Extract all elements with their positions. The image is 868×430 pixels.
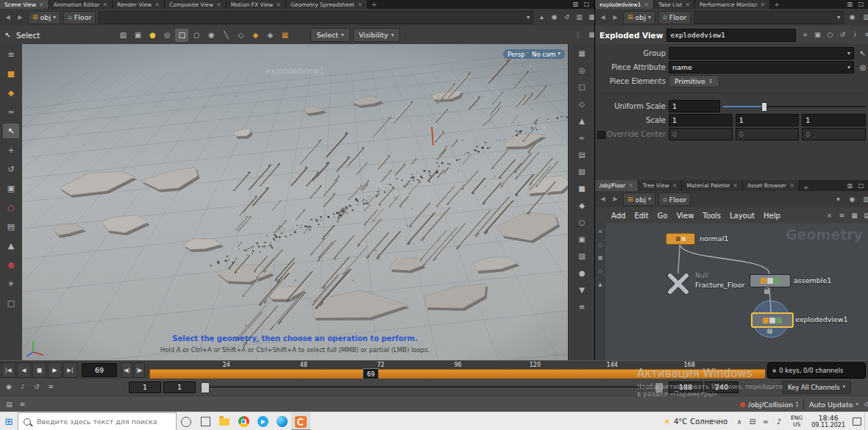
split-pane-icon[interactable]: ▥: [861, 194, 868, 204]
attribute-pick-icon[interactable]: ◎: [857, 64, 868, 71]
pane-menu-icon[interactable]: ≡: [3, 47, 19, 62]
platonic-tool-icon[interactable]: ◆: [3, 85, 19, 100]
clock[interactable]: 18:46 09.11.2021: [807, 414, 850, 429]
gallery-icon[interactable]: ▣: [812, 30, 823, 40]
range-start-field[interactable]: 1: [163, 381, 196, 393]
task-view-button[interactable]: [196, 412, 215, 430]
nav-forward-icon[interactable]: ▶: [611, 194, 620, 205]
scale-x-field[interactable]: 1: [669, 114, 733, 126]
grid-snap-icon[interactable]: □: [574, 81, 589, 94]
uniform-scale-field[interactable]: 1: [669, 100, 720, 112]
context-chip[interactable]: ⊞ obj ▾: [28, 11, 60, 24]
select-arrow-icon[interactable]: ↖: [3, 32, 13, 39]
select-ring-icon[interactable]: ◎: [160, 29, 174, 42]
pane-tab-5[interactable]: Geometry Spreadsheet ×: [286, 0, 368, 9]
chrome-button[interactable]: [234, 412, 253, 430]
select-tool-icon[interactable]: ↖: [3, 123, 19, 138]
jump-node-icon[interactable]: +: [800, 30, 811, 40]
network-editor[interactable]: ≡○▦◇▲ Geometry normal1 Null Fracture_Flo…: [594, 223, 868, 360]
snap-icon[interactable]: ◎: [574, 64, 589, 77]
pane-tab-0[interactable]: explodedview1 ×: [595, 0, 654, 9]
nav-forward-icon[interactable]: ▶: [611, 12, 620, 23]
tray-network-icon[interactable]: ≈: [761, 418, 770, 426]
marquee-box-icon[interactable]: □: [175, 29, 188, 42]
update-mode-dropdown[interactable]: Auto Update: [809, 401, 853, 409]
slider-handle[interactable]: [761, 102, 767, 112]
global-end-field[interactable]: 240: [705, 381, 739, 393]
snap-options-icon[interactable]: ◈: [263, 29, 277, 42]
pane-tab-1[interactable]: Animation Editor ×: [49, 0, 113, 9]
notification-center-button[interactable]: [850, 412, 864, 430]
viewport-canvas[interactable]: [22, 44, 568, 360]
chevron-down-icon[interactable]: ▾: [833, 194, 844, 204]
start-button[interactable]: ⊞: [0, 412, 18, 430]
menu-3[interactable]: View: [677, 212, 694, 220]
node-fracture-floor[interactable]: [669, 274, 688, 293]
viewport[interactable]: explodedview1 Persp ▾ No cam ▾ Select th…: [22, 44, 568, 360]
no-cam-button[interactable]: No cam ▾: [527, 49, 565, 59]
new-network-tab-button[interactable]: +: [800, 184, 813, 191]
playbar-options-icon[interactable]: ≡: [45, 381, 57, 393]
jump-start-button[interactable]: |◀: [1, 362, 15, 378]
path-combo[interactable]: ▾: [694, 11, 844, 24]
close-tab-icon[interactable]: ×: [628, 182, 633, 189]
pane-tab-2[interactable]: Render View ×: [113, 0, 165, 9]
prim-snap-icon[interactable]: ▲: [574, 115, 589, 128]
chevron-down-icon[interactable]: ▾: [847, 65, 850, 71]
piece-elements-dropdown[interactable]: Primitive ⇕: [669, 75, 719, 87]
node-assemble1[interactable]: [750, 274, 791, 287]
menu-0[interactable]: Add: [611, 212, 625, 220]
jump-parent-icon[interactable]: ▴: [536, 12, 547, 23]
curve-snap-icon[interactable]: ≈: [574, 132, 589, 145]
timeline-range-bar[interactable]: [149, 369, 766, 379]
texture-mode-icon[interactable]: ▧: [574, 165, 589, 179]
scale-y-field[interactable]: 1: [736, 114, 800, 126]
solid-mode-icon[interactable]: ■: [574, 182, 589, 196]
new-pane-tab-button[interactable]: +: [770, 0, 783, 9]
menu-4[interactable]: Tools: [702, 212, 721, 220]
playback-range-slider[interactable]: [201, 381, 664, 393]
net-tools-icon[interactable]: ×: [824, 210, 835, 221]
nav-back-icon[interactable]: ◀: [598, 194, 608, 205]
wireframe-icon[interactable]: ○: [574, 216, 589, 229]
rotate-tool-icon[interactable]: ↺: [3, 162, 19, 176]
pane-maximize-icon[interactable]: □: [856, 182, 866, 190]
edge-button[interactable]: [272, 412, 291, 430]
pane-tab-1[interactable]: Take List ×: [654, 0, 695, 9]
menu-6[interactable]: Help: [764, 212, 780, 220]
select-geometry-icon[interactable]: ▧: [116, 29, 129, 42]
step-forward-button[interactable]: |▶: [134, 362, 145, 378]
node-chip[interactable]: ⌂ Floor: [658, 193, 691, 206]
center-y-field[interactable]: 0: [736, 128, 800, 140]
marquee-lasso-icon[interactable]: ○: [190, 29, 203, 42]
close-tab-icon[interactable]: ×: [39, 1, 44, 8]
chevron-down-icon[interactable]: ▾: [855, 402, 858, 407]
play-button[interactable]: ▶: [48, 362, 62, 378]
group-field[interactable]: ▾: [669, 47, 854, 60]
keys-summary-button[interactable]: ● 0 keys, 0/0 channels: [767, 362, 866, 379]
translate-tool-icon[interactable]: +: [3, 143, 19, 157]
explorer-button[interactable]: [215, 412, 234, 430]
telegram-button[interactable]: [253, 412, 272, 430]
select-loop-icon[interactable]: ◇: [234, 29, 247, 42]
curve-tool-icon[interactable]: ≈: [3, 104, 19, 119]
menu-5[interactable]: Layout: [730, 212, 755, 220]
path-combo[interactable]: ▾: [99, 11, 533, 24]
params-menu-icon[interactable]: ≡: [862, 30, 868, 40]
range-slider-left-handle[interactable]: [201, 382, 210, 393]
menu-2[interactable]: Go: [658, 212, 668, 220]
pattern-icon[interactable]: ▨: [574, 250, 589, 263]
tray-expand-icon[interactable]: ∧: [733, 412, 745, 430]
new-pane-tab-button[interactable]: +: [368, 0, 381, 9]
sculpt-tool-icon[interactable]: ▲: [3, 238, 19, 253]
language-indicator[interactable]: ENG US: [786, 415, 807, 428]
override-center-checkbox[interactable]: [597, 131, 605, 139]
display-options-icon[interactable]: ▣: [574, 233, 589, 246]
stop-button[interactable]: ■: [32, 362, 46, 378]
camera-tool-icon[interactable]: □: [3, 295, 19, 310]
select-point-icon[interactable]: ●: [146, 29, 159, 42]
show-desktop-button[interactable]: [864, 412, 868, 430]
shade-mode-icon[interactable]: ▤: [574, 148, 589, 162]
close-tab-icon[interactable]: ×: [357, 1, 363, 8]
scale-tool-icon[interactable]: ▣: [3, 181, 19, 196]
